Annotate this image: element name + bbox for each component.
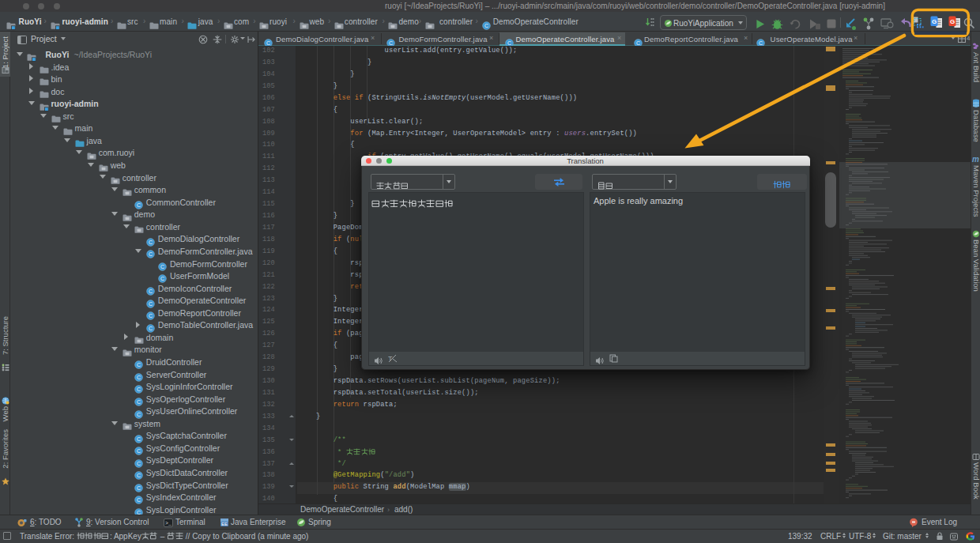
svg-text:C: C <box>266 40 270 46</box>
svg-text:C: C <box>137 412 141 417</box>
svg-text:C: C <box>137 375 141 380</box>
svg-text:C: C <box>137 448 141 454</box>
svg-text:C: C <box>149 313 153 319</box>
svg-text:C: C <box>137 387 141 392</box>
svg-text:C: C <box>137 362 141 368</box>
svg-text:C: C <box>160 264 164 270</box>
svg-text:G: G <box>950 18 955 25</box>
svg-text:C: C <box>635 40 639 46</box>
svg-text:C: C <box>388 40 392 46</box>
svg-text:C: C <box>137 497 141 503</box>
svg-text:C: C <box>149 288 153 294</box>
svg-text:C: C <box>137 473 141 478</box>
svg-text:EE: EE <box>221 522 228 526</box>
svg-text:G: G <box>932 18 937 25</box>
svg-text:C: C <box>759 40 763 46</box>
svg-text:C: C <box>137 436 141 442</box>
svg-text:C: C <box>160 276 164 281</box>
svg-text:C: C <box>507 40 511 46</box>
svg-text:C: C <box>149 239 153 245</box>
svg-text:>_: >_ <box>165 521 172 526</box>
svg-text:C: C <box>484 23 488 28</box>
svg-text:C: C <box>149 301 153 307</box>
svg-text:C: C <box>137 485 141 491</box>
svg-text:C: C <box>137 399 141 405</box>
svg-text:C: C <box>149 251 153 257</box>
svg-text:C: C <box>149 326 153 331</box>
svg-text:C: C <box>137 461 141 466</box>
svg-text:C: C <box>137 202 141 208</box>
